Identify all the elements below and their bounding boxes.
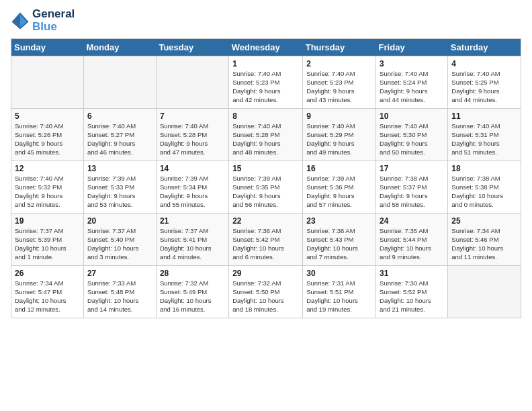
day-number: 5 (15, 111, 80, 121)
day-number: 31 (380, 269, 444, 278)
weekday-thursday: Thursday (303, 39, 376, 56)
weekday-sunday: Sunday (11, 39, 84, 56)
day-number: 15 (232, 164, 299, 173)
calendar-cell: 20Sunrise: 7:37 AM Sunset: 5:40 PM Dayli… (83, 214, 156, 266)
week-row-2: 5Sunrise: 7:40 AM Sunset: 5:26 PM Daylig… (11, 109, 521, 161)
calendar-cell: 15Sunrise: 7:39 AM Sunset: 5:35 PM Dayli… (229, 161, 303, 214)
day-number: 21 (160, 216, 225, 226)
logo-text: General Blue (32, 8, 75, 33)
calendar-cell: 29Sunrise: 7:32 AM Sunset: 5:50 PM Dayli… (229, 266, 303, 318)
day-number: 12 (15, 164, 80, 173)
calendar-cell: 25Sunrise: 7:34 AM Sunset: 5:46 PM Dayli… (448, 214, 521, 266)
calendar: SundayMondayTuesdayWednesdayThursdayFrid… (11, 38, 521, 318)
calendar-cell: 3Sunrise: 7:40 AM Sunset: 5:24 PM Daylig… (376, 56, 448, 109)
day-info: Sunrise: 7:39 AM Sunset: 5:36 PM Dayligh… (306, 175, 372, 209)
day-number: 14 (160, 164, 225, 173)
day-info: Sunrise: 7:36 AM Sunset: 5:42 PM Dayligh… (232, 227, 299, 261)
day-info: Sunrise: 7:37 AM Sunset: 5:40 PM Dayligh… (87, 227, 152, 261)
day-number: 3 (380, 59, 444, 68)
day-number: 6 (87, 111, 152, 121)
day-number: 8 (232, 111, 299, 121)
day-info: Sunrise: 7:38 AM Sunset: 5:38 PM Dayligh… (451, 175, 517, 209)
day-number: 9 (306, 111, 372, 121)
day-info: Sunrise: 7:40 AM Sunset: 5:31 PM Dayligh… (451, 122, 517, 156)
day-number: 25 (451, 216, 517, 226)
day-number: 20 (87, 216, 152, 226)
logo-icon (11, 11, 30, 30)
day-number: 22 (232, 216, 299, 226)
day-number: 16 (306, 164, 372, 173)
day-number: 18 (451, 164, 517, 173)
day-number: 19 (15, 216, 80, 226)
calendar-cell: 28Sunrise: 7:32 AM Sunset: 5:49 PM Dayli… (156, 266, 228, 318)
day-info: Sunrise: 7:34 AM Sunset: 5:46 PM Dayligh… (451, 227, 517, 261)
day-info: Sunrise: 7:39 AM Sunset: 5:35 PM Dayligh… (232, 175, 299, 209)
calendar-cell: 5Sunrise: 7:40 AM Sunset: 5:26 PM Daylig… (11, 109, 84, 161)
day-info: Sunrise: 7:37 AM Sunset: 5:41 PM Dayligh… (160, 227, 225, 261)
day-number: 27 (87, 269, 152, 278)
day-info: Sunrise: 7:39 AM Sunset: 5:34 PM Dayligh… (160, 175, 225, 209)
day-info: Sunrise: 7:40 AM Sunset: 5:27 PM Dayligh… (87, 122, 152, 156)
calendar-cell: 26Sunrise: 7:34 AM Sunset: 5:47 PM Dayli… (11, 266, 84, 318)
day-info: Sunrise: 7:40 AM Sunset: 5:23 PM Dayligh… (306, 70, 372, 104)
calendar-cell: 18Sunrise: 7:38 AM Sunset: 5:38 PM Dayli… (448, 161, 521, 214)
day-number: 23 (306, 216, 372, 226)
calendar-cell: 4Sunrise: 7:40 AM Sunset: 5:25 PM Daylig… (448, 56, 521, 109)
calendar-cell (11, 56, 84, 109)
weekday-wednesday: Wednesday (229, 39, 303, 56)
calendar-cell: 21Sunrise: 7:37 AM Sunset: 5:41 PM Dayli… (156, 214, 228, 266)
day-info: Sunrise: 7:34 AM Sunset: 5:47 PM Dayligh… (15, 279, 80, 314)
day-info: Sunrise: 7:31 AM Sunset: 5:51 PM Dayligh… (306, 279, 372, 314)
calendar-cell: 14Sunrise: 7:39 AM Sunset: 5:34 PM Dayli… (156, 161, 228, 214)
day-info: Sunrise: 7:36 AM Sunset: 5:43 PM Dayligh… (306, 227, 372, 261)
calendar-cell: 12Sunrise: 7:40 AM Sunset: 5:32 PM Dayli… (11, 161, 84, 214)
calendar-cell: 22Sunrise: 7:36 AM Sunset: 5:42 PM Dayli… (229, 214, 303, 266)
day-number: 17 (380, 164, 444, 173)
calendar-cell: 6Sunrise: 7:40 AM Sunset: 5:27 PM Daylig… (83, 109, 156, 161)
day-number: 4 (451, 59, 517, 68)
day-info: Sunrise: 7:37 AM Sunset: 5:39 PM Dayligh… (15, 227, 80, 261)
day-number: 26 (15, 269, 80, 278)
header: General Blue (11, 8, 521, 33)
day-number: 10 (380, 111, 444, 121)
day-number: 13 (87, 164, 152, 173)
day-info: Sunrise: 7:30 AM Sunset: 5:52 PM Dayligh… (380, 279, 444, 314)
calendar-cell: 7Sunrise: 7:40 AM Sunset: 5:28 PM Daylig… (156, 109, 228, 161)
week-row-5: 26Sunrise: 7:34 AM Sunset: 5:47 PM Dayli… (11, 266, 521, 318)
calendar-cell: 30Sunrise: 7:31 AM Sunset: 5:51 PM Dayli… (303, 266, 376, 318)
calendar-cell: 11Sunrise: 7:40 AM Sunset: 5:31 PM Dayli… (448, 109, 521, 161)
day-number: 30 (306, 269, 372, 278)
day-info: Sunrise: 7:40 AM Sunset: 5:26 PM Dayligh… (15, 122, 80, 156)
calendar-cell: 13Sunrise: 7:39 AM Sunset: 5:33 PM Dayli… (83, 161, 156, 214)
calendar-cell: 10Sunrise: 7:40 AM Sunset: 5:30 PM Dayli… (376, 109, 448, 161)
calendar-cell (156, 56, 228, 109)
calendar-cell: 31Sunrise: 7:30 AM Sunset: 5:52 PM Dayli… (376, 266, 448, 318)
calendar-cell: 19Sunrise: 7:37 AM Sunset: 5:39 PM Dayli… (11, 214, 84, 266)
day-info: Sunrise: 7:40 AM Sunset: 5:23 PM Dayligh… (232, 70, 299, 104)
calendar-cell (448, 266, 521, 318)
day-number: 1 (232, 59, 299, 68)
day-info: Sunrise: 7:35 AM Sunset: 5:44 PM Dayligh… (380, 227, 444, 261)
calendar-cell: 24Sunrise: 7:35 AM Sunset: 5:44 PM Dayli… (376, 214, 448, 266)
day-info: Sunrise: 7:40 AM Sunset: 5:32 PM Dayligh… (15, 175, 80, 209)
day-number: 24 (380, 216, 444, 226)
day-number: 11 (451, 111, 517, 121)
day-info: Sunrise: 7:40 AM Sunset: 5:29 PM Dayligh… (306, 122, 372, 156)
day-number: 29 (232, 269, 299, 278)
day-info: Sunrise: 7:40 AM Sunset: 5:28 PM Dayligh… (232, 122, 299, 156)
calendar-cell: 1Sunrise: 7:40 AM Sunset: 5:23 PM Daylig… (229, 56, 303, 109)
logo: General Blue (11, 8, 75, 33)
page-container: General Blue SundayMondayTuesdayWednesda… (0, 0, 532, 324)
day-number: 7 (160, 111, 225, 121)
calendar-cell: 16Sunrise: 7:39 AM Sunset: 5:36 PM Dayli… (303, 161, 376, 214)
day-number: 28 (160, 269, 225, 278)
weekday-saturday: Saturday (448, 39, 521, 56)
calendar-cell: 27Sunrise: 7:33 AM Sunset: 5:48 PM Dayli… (83, 266, 156, 318)
day-info: Sunrise: 7:40 AM Sunset: 5:25 PM Dayligh… (451, 70, 517, 104)
calendar-cell: 8Sunrise: 7:40 AM Sunset: 5:28 PM Daylig… (229, 109, 303, 161)
calendar-cell: 23Sunrise: 7:36 AM Sunset: 5:43 PM Dayli… (303, 214, 376, 266)
calendar-cell: 9Sunrise: 7:40 AM Sunset: 5:29 PM Daylig… (303, 109, 376, 161)
calendar-cell: 17Sunrise: 7:38 AM Sunset: 5:37 PM Dayli… (376, 161, 448, 214)
day-info: Sunrise: 7:32 AM Sunset: 5:49 PM Dayligh… (160, 279, 225, 314)
day-info: Sunrise: 7:40 AM Sunset: 5:24 PM Dayligh… (380, 70, 444, 104)
